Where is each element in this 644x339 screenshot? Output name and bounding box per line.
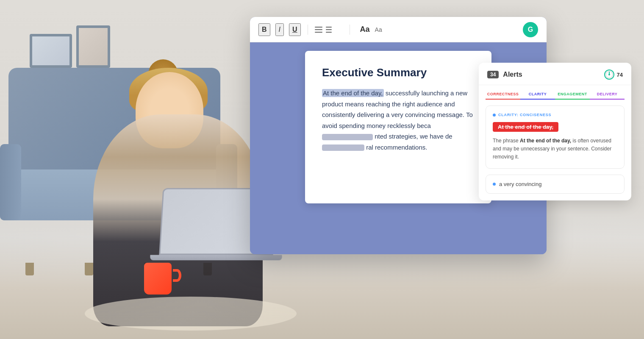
rug: [85, 297, 297, 331]
wall-frame-2: [76, 25, 110, 68]
document-title: Executive Summary: [322, 66, 475, 79]
font-size-small: Aa: [375, 26, 382, 33]
highlighted-phrase: At the end of the day,: [322, 89, 384, 97]
tab-engagement[interactable]: ENGAGEMENT: [555, 89, 590, 100]
underline-button[interactable]: U: [289, 23, 301, 36]
wall-frame-1: [30, 34, 72, 68]
toolbar-divider-2: [350, 25, 350, 35]
mug-handle: [173, 269, 181, 282]
align-left-button[interactable]: [315, 27, 322, 33]
laptop-base: [150, 255, 282, 261]
mug-body: [144, 263, 172, 295]
font-size-large: Aa: [360, 25, 370, 34]
score-gauge-icon: [605, 70, 613, 79]
alerts-title: Alerts: [503, 71, 600, 78]
align-center-button[interactable]: [325, 27, 333, 33]
document-body: At the end of the day, successfully laun…: [322, 88, 475, 153]
suggestion-card-2[interactable]: a very convincing: [486, 175, 625, 194]
alerts-badge: 34: [487, 71, 499, 78]
suggestion-label-1: CLARITY: CONCISENESS: [493, 113, 617, 117]
italic-button[interactable]: I: [275, 23, 284, 36]
toolbar-divider-1: [308, 25, 308, 35]
sofa-arm-left: [0, 144, 21, 220]
tab-clarity[interactable]: CLARITY: [520, 89, 555, 100]
alerts-panel: 34 Alerts 74 CORRECTNESS CLARITY ENGAGEM…: [479, 63, 631, 200]
score-circle: [604, 69, 614, 80]
mug: [144, 263, 174, 297]
suggestion-card-1[interactable]: CLARITY: CONCISENESS At the end of the d…: [486, 106, 625, 169]
highlighted-error-phrase: At the end of the day,: [493, 122, 558, 132]
sofa-leg: [85, 263, 93, 275]
alerts-header: 34 Alerts 74: [479, 63, 631, 85]
category-tabs: CORRECTNESS CLARITY ENGAGEMENT DELIVERY: [479, 85, 631, 100]
editor-document[interactable]: Executive Summary At the end of the day,…: [305, 51, 491, 203]
editor-toolbar: B I U Aa Aa G: [250, 17, 547, 42]
bold-button[interactable]: B: [258, 23, 270, 36]
dot-icon-1: [493, 114, 496, 117]
dot-icon-2: [493, 183, 496, 186]
grammarly-logo[interactable]: G: [523, 22, 538, 37]
tab-correctness[interactable]: CORRECTNESS: [486, 89, 520, 100]
sofa-leg: [25, 263, 34, 275]
score-number: 74: [617, 72, 623, 78]
score-container: 74: [604, 69, 623, 80]
obscured-text-1: [322, 134, 373, 140]
obscured-text-2: [322, 144, 364, 151]
svg-point-1: [608, 74, 610, 75]
tab-delivery[interactable]: DELIVERY: [590, 89, 625, 100]
suggestion-2-text: a very convincing: [499, 181, 541, 187]
suggestion-description: The phrase At the end of the day, is oft…: [493, 137, 617, 161]
alignment-buttons: [315, 27, 343, 33]
align-right-button[interactable]: [335, 27, 343, 33]
